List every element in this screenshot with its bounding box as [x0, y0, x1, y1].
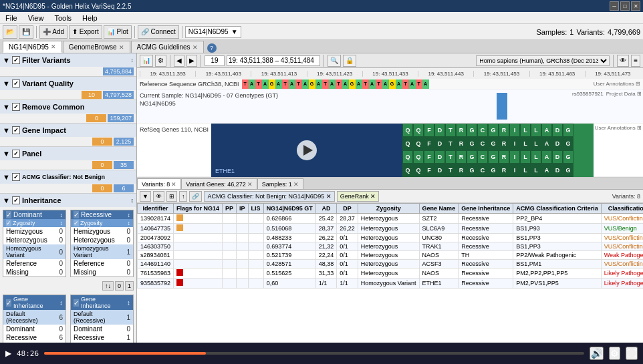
inh-btn-2[interactable]: 0: [115, 281, 124, 291]
table-row[interactable]: 9358357920,601/11/1Homozygous VariantETH…: [138, 279, 644, 289]
rec-miss-row[interactable]: Missing 0: [71, 268, 133, 277]
col-zygosity[interactable]: Zygosity: [358, 204, 419, 214]
rec-ref-row[interactable]: Reference 0: [71, 259, 133, 268]
dom-ref-row[interactable]: Reference 0: [3, 259, 66, 268]
tab-selector[interactable]: NG14|N6D95 ▼: [185, 26, 241, 38]
dom-zygosity-header[interactable]: ✓ Zygosity ↕: [3, 219, 66, 227]
col-gene[interactable]: Gene Name: [419, 204, 459, 214]
genome-settings-btn[interactable]: ⚙: [155, 55, 166, 67]
tab-acmg-close[interactable]: ✕: [192, 44, 198, 51]
menu-file[interactable]: File: [3, 14, 20, 22]
table-row[interactable]: 1463037500.69377421,320/1HeterozygousTRA…: [138, 242, 644, 251]
gene-inh-dom-header[interactable]: ✓ Gene Inheritance ↕: [3, 295, 66, 310]
tab-acmg[interactable]: ACMG Guidelines ✕: [131, 41, 204, 53]
gir-def-row[interactable]: Default (Recessive) 1: [71, 310, 133, 325]
gi-checkbox[interactable]: ✓: [12, 126, 20, 134]
help-icon[interactable]: ?: [207, 43, 217, 53]
add-button[interactable]: ➕ Add: [39, 25, 68, 39]
gene-impact-header[interactable]: ▼ ✓ Gene Impact: [0, 124, 136, 137]
rc-checkbox[interactable]: ✓: [12, 103, 20, 111]
minimize-button[interactable]: ─: [610, 1, 619, 11]
save-button[interactable]: 💾: [19, 25, 33, 39]
tab-ng14[interactable]: NG14|N6D95 ✕: [3, 41, 62, 53]
acmg-checkbox[interactable]: ✓: [12, 173, 20, 181]
vq-checkbox[interactable]: ✓: [12, 79, 20, 87]
col-lis[interactable]: LIS: [248, 204, 263, 214]
gir-checkbox[interactable]: ✓: [74, 299, 79, 307]
genome-config-btn[interactable]: ≡: [631, 55, 640, 67]
genome-pos-input[interactable]: [227, 55, 320, 66]
menu-help[interactable]: Help: [80, 14, 100, 22]
rec-het-row[interactable]: Heterozygous 0: [71, 236, 133, 244]
gid-checkbox[interactable]: ✓: [6, 299, 11, 307]
tab-genomebrowse[interactable]: GenomeBrowse ✕: [63, 41, 130, 53]
col-pp[interactable]: PP: [223, 204, 237, 214]
gir-rec-row[interactable]: Recessive 1: [71, 333, 133, 342]
export-button[interactable]: ⬆ Export: [69, 25, 102, 39]
col-flags[interactable]: Flags for NG14: [174, 204, 223, 214]
tab-variant-genes[interactable]: Variant Genes: 46,272 ✕: [181, 178, 257, 189]
tab-ng14-close[interactable]: ✕: [51, 43, 56, 50]
tab-genomebrowse-close[interactable]: ✕: [119, 44, 124, 51]
dom-miss-row[interactable]: Missing 0: [3, 268, 66, 277]
var-columns-btn[interactable]: ⊞: [166, 191, 177, 202]
rec-zygosity-header[interactable]: ✓ Zygosity ↕: [71, 219, 133, 227]
remove-common-header[interactable]: ▼ ✓ Remove Common: [0, 100, 136, 114]
panel-checkbox[interactable]: ✓: [12, 150, 20, 158]
genome-back-btn[interactable]: ◀: [174, 55, 184, 67]
close-button[interactable]: ✕: [631, 1, 640, 11]
filter-variants-header[interactable]: ▼ ✓ Filter Variants ↕: [0, 53, 136, 67]
plot-button[interactable]: 📊 Plot: [104, 25, 132, 39]
var-eye-btn[interactable]: 👁: [153, 191, 164, 202]
rec-zyg-checkbox[interactable]: ✓: [74, 220, 79, 226]
table-row[interactable]: 7615359830.51562531,330/1HeterozygousNAO…: [138, 268, 644, 279]
rec-hemi-row[interactable]: Hemizygous 0: [71, 227, 133, 236]
tab-variants-close[interactable]: ✕: [171, 181, 176, 188]
rec-hom-row[interactable]: Homozygous Variant 1: [71, 244, 133, 259]
table-row[interactable]: 1390281740.62686625.4228,37HeterozygousS…: [138, 214, 644, 224]
table-row[interactable]: 1406477350.51606828,3726,22HeterozygousS…: [138, 224, 644, 234]
col-ip[interactable]: IP: [237, 204, 249, 214]
col-acmg[interactable]: ACMG Classification Criteria: [513, 204, 602, 214]
gid-rec-row[interactable]: Recessive 6: [3, 333, 66, 342]
filter-checkbox[interactable]: ✓: [12, 56, 20, 64]
species-select[interactable]: Homo sapiens (Human), GRCh38 (Dec 2013): [476, 55, 610, 66]
inheritance-header[interactable]: ▼ ✓ Inheritance ↕: [0, 194, 136, 207]
gid-def-row[interactable]: Default (Recessive) 6: [3, 310, 66, 325]
var-filter-btn[interactable]: ▼: [140, 191, 151, 202]
col-ad[interactable]: AD: [315, 204, 337, 214]
progress-bar[interactable]: [44, 352, 584, 355]
fullscreen-btn[interactable]: ⛶: [626, 347, 638, 360]
col-gene-inh[interactable]: Gene Inheritance: [459, 204, 513, 214]
acmg-header[interactable]: ▼ ✓ ACMG Classifier: Not Benign: [0, 170, 136, 184]
dom-checkbox[interactable]: ✓: [6, 211, 11, 218]
gid-dom-row[interactable]: Dominant 0: [3, 325, 66, 333]
tab-variant-genes-close[interactable]: ✕: [247, 181, 253, 188]
dom-hom-row[interactable]: Homozygous Variant 0: [3, 244, 66, 259]
generank-btn[interactable]: GeneRank ✕: [337, 191, 380, 202]
volume-btn[interactable]: 🔊: [590, 347, 604, 360]
inh-btn-1[interactable]: ↑↓: [102, 281, 114, 291]
var-export-btn[interactable]: ↑: [179, 191, 188, 202]
dom-zyg-checkbox[interactable]: ✓: [6, 220, 11, 226]
inh-btn-3[interactable]: 1: [125, 281, 134, 291]
genome-eye-btn[interactable]: 👁: [617, 55, 629, 67]
table-row[interactable]: 1446911400.42857148,380/1HeterozygousACS…: [138, 260, 644, 268]
dom-hemi-row[interactable]: Hemizygous 0: [3, 227, 66, 236]
tab-samples[interactable]: Samples: 1 ✕: [257, 178, 303, 189]
tab-variants[interactable]: Variants: 8 ✕: [137, 178, 181, 189]
dom-het-row[interactable]: Heterozygous 0: [3, 236, 66, 244]
genome-plot-btn[interactable]: 📊: [140, 55, 153, 67]
genome-lock-btn[interactable]: 🔒: [343, 55, 356, 67]
genome-search-btn[interactable]: 🔍: [328, 55, 341, 67]
col-dp[interactable]: DP: [337, 204, 358, 214]
acmg-classifier-btn[interactable]: ACMG Classifier: Not Benign: NG14|N6D95 …: [204, 191, 334, 202]
inh-checkbox[interactable]: ✓: [12, 196, 20, 204]
genome-forward-btn[interactable]: ▶: [186, 55, 197, 67]
play-pause-btn[interactable]: ▶: [5, 349, 11, 358]
menu-tools[interactable]: Tools: [51, 14, 74, 22]
open-button[interactable]: 📂: [3, 25, 17, 39]
dominant-header[interactable]: ✓ Dominant ↕: [3, 210, 66, 219]
variant-quality-header[interactable]: ▼ ✓ Variant Quality: [0, 77, 136, 90]
connect-button[interactable]: 🔗 Connect: [138, 25, 179, 39]
